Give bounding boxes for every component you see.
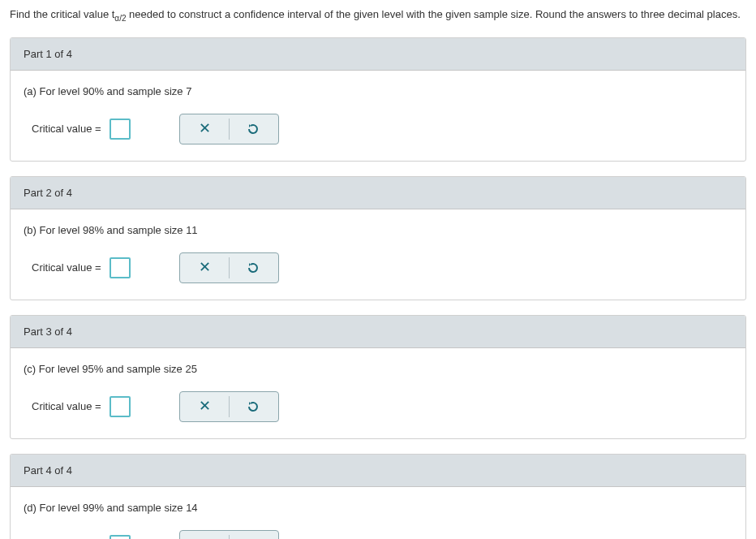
- action-group: [179, 530, 279, 539]
- answer-label: Critical value =: [32, 123, 101, 135]
- part-body: (b) For level 98% and sample size 11 Cri…: [11, 209, 745, 300]
- action-group: [179, 252, 279, 283]
- answer-row: Critical value =: [24, 114, 732, 144]
- part-header: Part 2 of 4: [11, 177, 745, 209]
- reset-button[interactable]: [230, 116, 277, 142]
- reset-icon: [247, 123, 260, 136]
- clear-button[interactable]: [182, 394, 229, 420]
- clear-button[interactable]: [182, 255, 229, 281]
- question-text: (c) For level 95% and sample size 25: [24, 363, 732, 375]
- critical-value-input[interactable]: [110, 257, 131, 278]
- instructions-subscript: α/2: [114, 14, 126, 23]
- reset-button[interactable]: [230, 394, 277, 420]
- part-container-2: Part 2 of 4 (b) For level 98% and sample…: [10, 176, 746, 300]
- question-text: (b) For level 98% and sample size 11: [24, 224, 732, 236]
- action-group: [179, 114, 279, 144]
- instructions-text: Find the critical value tα/2 needed to c…: [10, 8, 746, 23]
- clear-button[interactable]: [182, 116, 229, 142]
- part-body: (c) For level 95% and sample size 25 Cri…: [11, 348, 745, 438]
- part-container-4: Part 4 of 4 (d) For level 99% and sample…: [10, 454, 746, 539]
- part-header: Part 4 of 4: [11, 455, 745, 487]
- part-header: Part 1 of 4: [11, 38, 745, 71]
- critical-value-input[interactable]: [110, 396, 131, 417]
- answer-row: Critical value =: [24, 252, 732, 283]
- part-header: Part 3 of 4: [11, 316, 745, 348]
- question-text: (a) For level 90% and sample size 7: [24, 85, 732, 97]
- action-group: [179, 391, 279, 422]
- critical-value-input[interactable]: [110, 535, 131, 539]
- critical-value-input[interactable]: [110, 119, 131, 140]
- instructions-suffix: needed to construct a confidence interva…: [126, 8, 740, 20]
- answer-label: Critical value =: [32, 261, 101, 274]
- question-text: (d) For level 99% and sample size 14: [24, 502, 732, 514]
- reset-button[interactable]: [230, 255, 277, 281]
- answer-row: Critical value =: [24, 391, 732, 422]
- close-icon: [200, 261, 210, 275]
- reset-icon: [247, 261, 260, 274]
- part-body: (a) For level 90% and sample size 7 Crit…: [11, 71, 745, 161]
- reset-button[interactable]: [230, 533, 277, 539]
- part-container-3: Part 3 of 4 (c) For level 95% and sample…: [10, 315, 746, 439]
- close-icon: [200, 399, 210, 414]
- clear-button[interactable]: [182, 533, 229, 539]
- part-body: (d) For level 99% and sample size 14 Cri…: [11, 487, 745, 539]
- reset-icon: [247, 400, 260, 413]
- answer-row: Critical value =: [24, 530, 732, 539]
- answer-label: Critical value =: [32, 400, 101, 412]
- close-icon: [200, 122, 210, 136]
- part-container-1: Part 1 of 4 (a) For level 90% and sample…: [10, 37, 746, 162]
- instructions-prefix: Find the critical value: [10, 8, 112, 20]
